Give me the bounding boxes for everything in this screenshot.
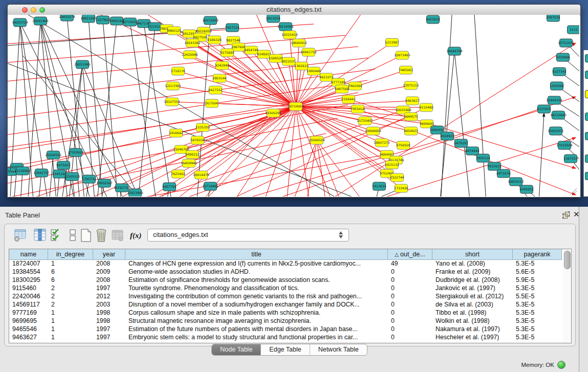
table-cell[interactable]: 18300295 [9, 276, 48, 285]
node-table[interactable]: namein_degreeyeartitle△out_de...shortpag… [9, 249, 564, 343]
table-row[interactable]: 946554611997Estimation of the future num… [9, 325, 563, 334]
network-node[interactable]: 2522744 [390, 173, 404, 182]
network-node[interactable]: 6053819 [426, 15, 440, 24]
network-node[interactable]: 10654112 [508, 178, 524, 186]
network-edge[interactable] [50, 155, 53, 196]
tab-edge-table[interactable]: Edge Table [261, 344, 310, 355]
network-node[interactable]: 9457791 [162, 183, 177, 191]
network-node[interactable]: 20433174 [59, 15, 75, 21]
table-cell[interactable]: 22420046 [9, 293, 48, 301]
table-cell[interactable]: Estimation of significance thresholds fo… [125, 276, 388, 285]
network-node[interactable]: 7625402 [171, 170, 185, 178]
network-node[interactable]: 12213383 [165, 82, 181, 90]
network-node[interactable]: 9329966 [556, 53, 570, 61]
select-columns-icon[interactable] [50, 228, 63, 243]
table-row[interactable]: 969969511998Structural magnetic resonanc… [9, 317, 563, 325]
table-cell[interactable]: Stergiakouli et al. (2012) [432, 293, 513, 301]
network-node[interactable]: 9463627 [405, 97, 420, 105]
table-cell[interactable]: 5.3E-5 [513, 301, 562, 309]
table-cell[interactable]: 0 [388, 276, 432, 285]
network-node[interactable]: 8427552 [208, 86, 223, 94]
table-cell[interactable]: Nakamura et al. (1997) [432, 325, 513, 334]
network-node[interactable]: 16648784 [446, 47, 463, 55]
network-node[interactable]: 7857224 [225, 24, 239, 32]
table-cell[interactable]: Estimation of the future numbers of pati… [125, 325, 388, 334]
table-header-row[interactable]: namein_degreeyeartitle△out_de...shortpag… [9, 249, 563, 260]
network-node[interactable]: 1916682 [169, 129, 183, 137]
table-cell[interactable]: 18724007 [9, 260, 48, 268]
table-cell[interactable]: 2003 [93, 301, 125, 309]
column-header[interactable]: title [125, 249, 388, 260]
table-cell[interactable]: 5.3E-5 [513, 325, 562, 334]
table-cell[interactable]: 1 [48, 309, 93, 317]
column-header[interactable]: △out_de... [388, 249, 432, 260]
table-cell[interactable]: 5.6E-5 [513, 268, 562, 276]
network-node[interactable]: 8215955 [537, 105, 551, 113]
table-cell[interactable]: 2009 [93, 268, 125, 276]
network-node[interactable]: 6479197 [454, 139, 468, 147]
network-node[interactable]: 9245652 [519, 185, 534, 193]
table-cell[interactable]: Tibbo et al. (1998) [432, 309, 513, 317]
network-node[interactable]: 10973493 [394, 51, 410, 59]
table-selector-dropdown[interactable]: citations_edges.txt [147, 229, 349, 242]
table-cell[interactable]: 0 [388, 317, 432, 325]
network-node[interactable]: 19218986 [277, 23, 294, 31]
table-cell[interactable]: 1 [48, 325, 93, 334]
table-cell[interactable]: 1998 [93, 317, 125, 325]
row-height-icon[interactable] [66, 228, 79, 243]
network-node[interactable]: 8186328 [207, 36, 222, 44]
network-node[interactable]: 20053346 [74, 60, 91, 69]
table-cell[interactable]: 19384554 [9, 268, 48, 276]
network-node[interactable]: 10653287 [80, 15, 97, 23]
network-edge[interactable] [296, 15, 366, 106]
network-node[interactable]: 15751074 [558, 39, 574, 47]
network-edge[interactable] [178, 71, 296, 106]
network-node[interactable]: 1615132 [385, 161, 399, 169]
network-node[interactable]: 2718176 [171, 67, 185, 75]
table-cell[interactable]: 5.9E-5 [513, 276, 562, 285]
table-cell[interactable]: Dudbridge et al. (2008) [432, 276, 513, 285]
network-node[interactable]: 7485063 [399, 66, 413, 74]
table-cell[interactable]: 9699695 [9, 317, 48, 325]
table-cell[interactable]: 5.5E-5 [513, 293, 562, 301]
table-row[interactable]: 946362711997Embryonic stem cells: a mode… [9, 334, 563, 342]
network-node[interactable]: 2336441 [341, 95, 356, 103]
table-cell[interactable]: 1997 [93, 334, 125, 342]
network-node[interactable]: 18300295 [265, 109, 281, 117]
table-cell[interactable]: 6 [48, 268, 93, 276]
table-cell[interactable]: 0 [388, 301, 432, 309]
table-cell[interactable]: 1998 [93, 309, 125, 317]
network-node[interactable]: 1213967 [385, 38, 399, 47]
network-node[interactable]: 12923448 [127, 189, 143, 196]
table-cell[interactable]: 5.3E-5 [513, 309, 562, 317]
table-cell[interactable]: 0 [388, 285, 432, 293]
column-header[interactable]: pagerank [513, 249, 562, 260]
network-node[interactable]: 8822037 [281, 57, 296, 65]
network-edge[interactable] [103, 20, 118, 196]
network-node[interactable]: 9227343 [552, 68, 567, 76]
table-cell[interactable]: 49 [388, 260, 432, 268]
network-node[interactable]: 16914479 [193, 171, 209, 179]
network-node[interactable]: 9474444 [465, 147, 480, 155]
network-node[interactable]: 18807273 [374, 139, 390, 147]
network-canvas[interactable]: 1405572420691406204331741065328715276026… [8, 15, 579, 196]
tab-network-table[interactable]: Network Table [310, 344, 367, 355]
network-node[interactable]: 19958167 [96, 179, 113, 187]
table-row[interactable]: 977716911998Corpus callosum shape and si… [9, 309, 563, 317]
table-cell[interactable]: Changes of HCN gene expression and I(f) … [125, 260, 388, 268]
network-edge[interactable] [8, 80, 367, 137]
column-header[interactable]: in_degree [48, 249, 93, 260]
network-edge[interactable] [539, 113, 544, 196]
table-cell[interactable]: 1 [48, 334, 93, 342]
table-cell[interactable]: 5.3E-5 [513, 317, 562, 325]
table-cell[interactable]: 0 [388, 309, 432, 317]
column-header[interactable]: name [9, 249, 48, 260]
network-edge[interactable] [296, 106, 317, 140]
table-cell[interactable]: Genome-wide association studies in ADHD. [125, 268, 388, 276]
table-row[interactable]: 1830029562008Estimation of significance … [9, 276, 563, 285]
network-node[interactable]: 16210643 [550, 111, 567, 119]
network-node[interactable]: 12975115 [403, 81, 419, 90]
network-node[interactable]: 9242848 [215, 61, 229, 70]
delete-table-icon[interactable] [111, 228, 124, 243]
network-node[interactable]: 1112 [568, 26, 580, 34]
